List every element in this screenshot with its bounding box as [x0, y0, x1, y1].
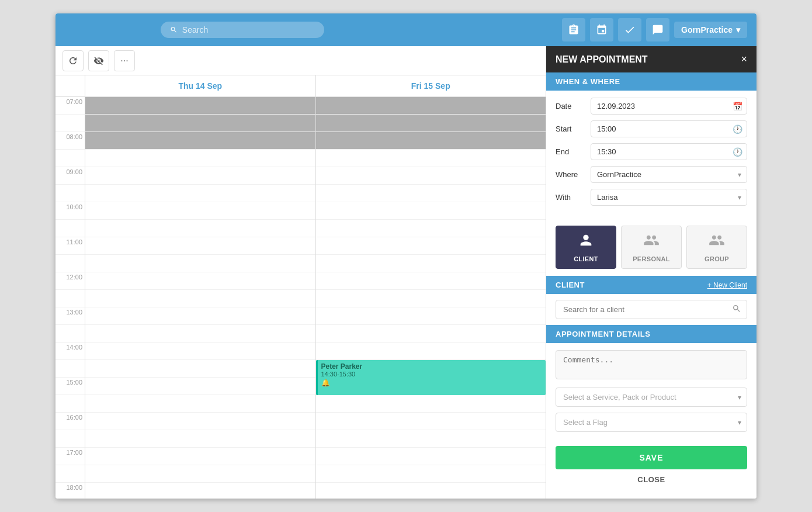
service-select[interactable]: Select a Service, Pack or Product	[556, 388, 747, 407]
calendar-toolbar: ···	[55, 46, 546, 75]
close-button[interactable]: CLOSE	[556, 472, 747, 487]
end-input-wrap: 🕐	[591, 143, 747, 160]
fri-slot[interactable]	[316, 448, 546, 465]
thu-slot[interactable]	[85, 395, 315, 413]
time-slot: 16:00	[55, 413, 85, 430]
check-nav-btn[interactable]	[618, 18, 641, 41]
new-client-link[interactable]: + New Client	[707, 281, 747, 289]
appointment-bell-icon: 🔔	[321, 379, 543, 387]
refresh-btn[interactable]	[63, 50, 84, 71]
fri-slot[interactable]	[316, 395, 546, 413]
calendar-nav-btn[interactable]	[590, 18, 613, 41]
refresh-icon	[68, 56, 78, 66]
fri-slot[interactable]	[316, 237, 546, 255]
day-header-fri: Fri 15 Sep	[315, 75, 546, 96]
time-slot	[55, 360, 85, 378]
thu-slot[interactable]	[85, 413, 315, 430]
practice-btn[interactable]: GornPractice ▾	[674, 22, 747, 38]
more-icon: ···	[120, 56, 128, 66]
thu-slot[interactable]	[85, 378, 315, 395]
time-slot	[55, 255, 85, 272]
thu-slot[interactable]	[85, 115, 315, 132]
where-row: Where GornPractice	[556, 166, 747, 183]
save-button[interactable]: SAVE	[556, 446, 747, 469]
fri-slot[interactable]	[316, 202, 546, 220]
apt-details-header: APPOINTMENT DETAILS	[546, 325, 757, 343]
client-search-input[interactable]	[556, 300, 747, 319]
appointment-block[interactable]: Peter Parker14:30-15:30🔔	[316, 360, 546, 395]
fri-slot[interactable]	[316, 483, 546, 499]
thu-slot[interactable]	[85, 150, 315, 167]
thu-slot[interactable]	[85, 255, 315, 272]
fri-slot[interactable]	[316, 255, 546, 272]
thu-slot[interactable]	[85, 325, 315, 343]
fri-slot[interactable]	[316, 220, 546, 237]
client-icon	[578, 232, 594, 252]
fri-slot[interactable]	[316, 185, 546, 202]
right-panel: NEW APPOINTMENT × WHEN & WHERE Date 📅 St…	[546, 46, 757, 499]
main-layout: ··· Thu 14 Sep Fri 15 Sep 07:0008:0009:0…	[55, 46, 757, 499]
apt-type-group-btn[interactable]: GROUP	[686, 226, 747, 269]
date-input-wrap: 📅	[591, 98, 747, 115]
thu-slot[interactable]	[85, 448, 315, 465]
thu-slot[interactable]	[85, 272, 315, 290]
fri-slot[interactable]	[316, 97, 546, 115]
thu-slot[interactable]	[85, 185, 315, 202]
thu-slot[interactable]	[85, 307, 315, 325]
apt-type-client-btn[interactable]: CLIENT	[556, 226, 616, 269]
with-select[interactable]: Larisa	[591, 189, 747, 206]
panel-close-btn[interactable]: ×	[741, 53, 747, 65]
thu-slot[interactable]	[85, 220, 315, 237]
thu-slot[interactable]	[85, 430, 315, 448]
apt-type-personal-btn[interactable]: PERSONAL	[621, 226, 682, 269]
thu-slot[interactable]	[85, 465, 315, 483]
thu-slot[interactable]	[85, 97, 315, 115]
fri-slot[interactable]	[316, 290, 546, 307]
fri-slot[interactable]	[316, 325, 546, 343]
client-search-container	[556, 300, 747, 319]
comments-textarea[interactable]	[556, 350, 747, 379]
thu-slot[interactable]	[85, 167, 315, 185]
fri-slot[interactable]	[316, 343, 546, 360]
flag-select[interactable]: Select a Flag	[556, 413, 747, 432]
client-search-icon	[732, 304, 741, 316]
thu-slot[interactable]	[85, 343, 315, 360]
search-bar[interactable]	[161, 22, 324, 38]
hide-icon	[93, 56, 104, 66]
thu-slot[interactable]	[85, 360, 315, 378]
thu-slot[interactable]	[85, 132, 315, 150]
thu-slot[interactable]	[85, 202, 315, 220]
end-input[interactable]	[591, 143, 747, 160]
chat-nav-btn[interactable]	[646, 18, 669, 41]
days-container: Peter Parker14:30-15:30🔔	[85, 97, 546, 499]
hide-btn[interactable]	[88, 50, 109, 71]
time-slot	[55, 395, 85, 413]
fri-slot[interactable]	[316, 307, 546, 325]
time-slot	[55, 150, 85, 167]
where-select-wrap: GornPractice	[591, 166, 747, 183]
start-input[interactable]	[591, 120, 747, 137]
fri-slot[interactable]	[316, 430, 546, 448]
fri-slot[interactable]	[316, 132, 546, 150]
fri-slot[interactable]	[316, 150, 546, 167]
fri-slot[interactable]	[316, 115, 546, 132]
time-slot	[55, 465, 85, 483]
clipboard-nav-btn[interactable]	[562, 18, 585, 41]
date-calendar-icon: 📅	[733, 102, 742, 111]
thu-slot[interactable]	[85, 290, 315, 307]
search-input[interactable]	[182, 25, 315, 34]
where-select[interactable]: GornPractice	[591, 166, 747, 183]
fri-slot[interactable]	[316, 413, 546, 430]
fri-slot[interactable]	[316, 272, 546, 290]
client-btn-label: CLIENT	[574, 255, 598, 262]
client-section-title: CLIENT	[556, 281, 585, 289]
calendar-area: ··· Thu 14 Sep Fri 15 Sep 07:0008:0009:0…	[55, 46, 546, 499]
more-btn[interactable]: ···	[114, 50, 135, 71]
day-column-thu	[85, 97, 315, 499]
start-label: Start	[556, 124, 591, 133]
thu-slot[interactable]	[85, 483, 315, 499]
fri-slot[interactable]	[316, 167, 546, 185]
fri-slot[interactable]	[316, 465, 546, 483]
thu-slot[interactable]	[85, 237, 315, 255]
date-input[interactable]	[591, 98, 747, 115]
